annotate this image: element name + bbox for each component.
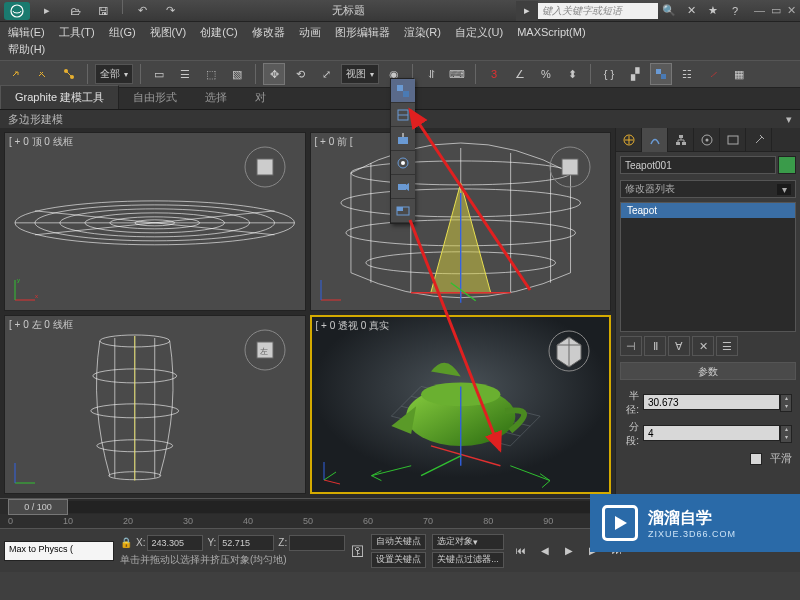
- radius-input[interactable]: [643, 394, 780, 410]
- maximize-icon[interactable]: ▭: [771, 4, 781, 17]
- keyfilters-button[interactable]: 关键点过滤器...: [432, 552, 504, 568]
- viewcube-icon[interactable]: 左: [243, 328, 287, 372]
- viewcube-icon[interactable]: [548, 145, 592, 189]
- coord-z-input[interactable]: [289, 535, 345, 551]
- autokey-button[interactable]: 自动关键点: [371, 534, 426, 550]
- cmd-modify-icon[interactable]: [642, 128, 668, 152]
- tab-freeform[interactable]: 自由形式: [119, 86, 191, 109]
- key-icon[interactable]: ⚿: [351, 543, 365, 559]
- snap-toggle-icon[interactable]: 3: [483, 63, 505, 85]
- cmd-motion-icon[interactable]: [694, 128, 720, 152]
- viewport-perspective[interactable]: [ + 0 透视 0 真实: [310, 315, 612, 494]
- minimize-icon[interactable]: —: [754, 4, 765, 17]
- menu-animation[interactable]: 动画: [299, 25, 321, 40]
- angle-snap-icon[interactable]: ∠: [509, 63, 531, 85]
- keymode-dropdown[interactable]: 选定对象 ▾: [432, 534, 504, 550]
- ribbon-expand-icon[interactable]: ▾: [786, 113, 792, 126]
- keyboard-shortcut-icon[interactable]: ⌨: [446, 63, 468, 85]
- menu-edit[interactable]: 编辑(E): [8, 25, 45, 40]
- configure-sets-icon[interactable]: ☰: [716, 336, 738, 356]
- prev-frame-icon[interactable]: ◀: [534, 540, 556, 562]
- tab-selection[interactable]: 选择: [191, 86, 241, 109]
- manipulate-icon[interactable]: ⥯: [420, 63, 442, 85]
- redo-icon[interactable]: ↷: [159, 0, 181, 22]
- open-icon[interactable]: 🗁: [64, 0, 86, 22]
- goto-start-icon[interactable]: ⏮: [510, 540, 532, 562]
- time-slider[interactable]: 0 / 100: [8, 499, 68, 515]
- link-icon[interactable]: [6, 63, 28, 85]
- quick-align-icon[interactable]: [391, 103, 415, 127]
- curve-editor-icon[interactable]: ⟋: [702, 63, 724, 85]
- save-icon[interactable]: 🖫: [92, 0, 114, 22]
- spinner-snap-icon[interactable]: ⬍: [561, 63, 583, 85]
- tab-object[interactable]: 对: [241, 86, 280, 109]
- play-icon[interactable]: ▶: [558, 540, 580, 562]
- rollout-parameters[interactable]: 参数: [620, 362, 796, 380]
- menu-maxscript[interactable]: MAXScript(M): [517, 26, 585, 38]
- help-icon[interactable]: ?: [724, 0, 746, 22]
- ref-coord-dropdown[interactable]: 视图▾: [341, 64, 379, 84]
- select-region-icon[interactable]: ⬚: [200, 63, 222, 85]
- align-view-icon[interactable]: [391, 199, 415, 223]
- modifier-list-dropdown[interactable]: 修改器列表▾: [620, 180, 796, 198]
- tab-graphite[interactable]: Graphite 建模工具: [0, 85, 119, 109]
- lock-selection-icon[interactable]: 🔒: [120, 537, 132, 548]
- align-icon[interactable]: [650, 63, 672, 85]
- cmd-create-icon[interactable]: [616, 128, 642, 152]
- select-icon[interactable]: ▭: [148, 63, 170, 85]
- object-color-swatch[interactable]: [778, 156, 796, 174]
- align-tool-icon[interactable]: [391, 79, 415, 103]
- window-crossing-icon[interactable]: ▧: [226, 63, 248, 85]
- setkey-button[interactable]: 设置关键点: [371, 552, 426, 568]
- place-highlight-icon[interactable]: [391, 151, 415, 175]
- normal-align-icon[interactable]: [391, 127, 415, 151]
- viewcube-icon[interactable]: [547, 329, 591, 373]
- viewcube-icon[interactable]: [243, 145, 287, 189]
- percent-snap-icon[interactable]: %: [535, 63, 557, 85]
- cmd-utilities-icon[interactable]: [746, 128, 772, 152]
- smooth-checkbox[interactable]: [750, 453, 762, 465]
- coord-x-input[interactable]: [147, 535, 203, 551]
- remove-modifier-icon[interactable]: ✕: [692, 336, 714, 356]
- new-icon[interactable]: ▸: [36, 0, 58, 22]
- cmd-display-icon[interactable]: [720, 128, 746, 152]
- pin-stack-icon[interactable]: ⊣: [620, 336, 642, 356]
- stack-item-teapot[interactable]: Teapot: [621, 203, 795, 218]
- modifier-stack[interactable]: Teapot: [620, 202, 796, 332]
- select-scale-icon[interactable]: ⤢: [315, 63, 337, 85]
- align-camera-icon[interactable]: [391, 175, 415, 199]
- menu-tools[interactable]: 工具(T): [59, 25, 95, 40]
- coord-y-input[interactable]: [218, 535, 274, 551]
- favorites-icon[interactable]: ★: [702, 0, 724, 22]
- menu-modifiers[interactable]: 修改器: [252, 25, 285, 40]
- menu-group[interactable]: 组(G): [109, 25, 136, 40]
- menu-views[interactable]: 视图(V): [150, 25, 187, 40]
- selection-filter-dropdown[interactable]: 全部▾: [95, 64, 133, 84]
- menu-create[interactable]: 创建(C): [200, 25, 237, 40]
- select-rotate-icon[interactable]: ⟲: [289, 63, 311, 85]
- maxscript-listener[interactable]: Max to Physcs (: [4, 541, 114, 561]
- object-name-input[interactable]: [620, 156, 776, 174]
- make-unique-icon[interactable]: ∀: [668, 336, 690, 356]
- binoculars-icon[interactable]: 🔍: [658, 0, 680, 22]
- close-icon[interactable]: ✕: [787, 4, 796, 17]
- menu-grapheditors[interactable]: 图形编辑器: [335, 25, 390, 40]
- select-name-icon[interactable]: ☰: [174, 63, 196, 85]
- sub-polymodel[interactable]: 多边形建模: [8, 112, 63, 127]
- layers-icon[interactable]: ☷: [676, 63, 698, 85]
- named-selset-icon[interactable]: { }: [598, 63, 620, 85]
- select-move-icon[interactable]: ✥: [263, 63, 285, 85]
- comm-center-icon[interactable]: ✕: [680, 0, 702, 22]
- radius-spinner[interactable]: ▴▾: [780, 394, 792, 412]
- menu-customize[interactable]: 自定义(U): [455, 25, 503, 40]
- unlink-icon[interactable]: [32, 63, 54, 85]
- mirror-icon[interactable]: ▞: [624, 63, 646, 85]
- viewport-left[interactable]: [ + 0 左 0 线框 左: [4, 315, 306, 494]
- viewport-top[interactable]: [ + 0 顶 0 线框 xy: [4, 132, 306, 311]
- segments-input[interactable]: [643, 425, 780, 441]
- undo-icon[interactable]: ↶: [131, 0, 153, 22]
- cmd-hierarchy-icon[interactable]: [668, 128, 694, 152]
- bind-icon[interactable]: [58, 63, 80, 85]
- segments-spinner[interactable]: ▴▾: [780, 425, 792, 443]
- viewport-front[interactable]: [ + 0 前 [: [310, 132, 612, 311]
